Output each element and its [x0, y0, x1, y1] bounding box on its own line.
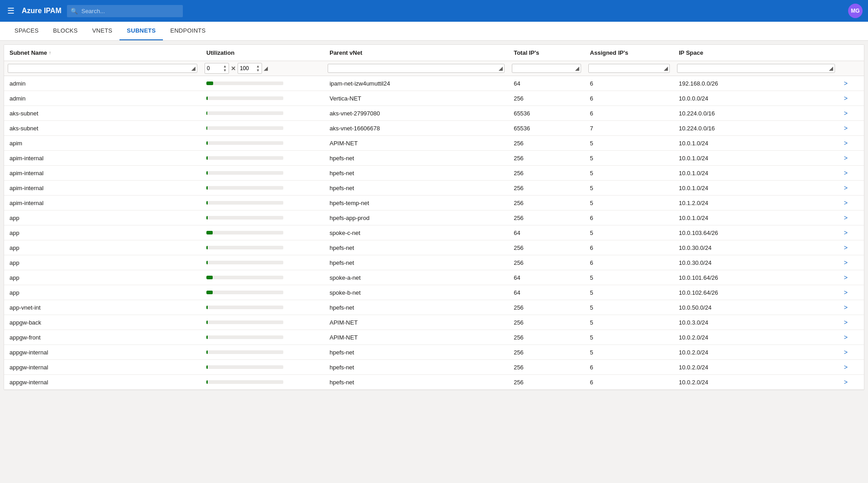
cell-total-ips: 64	[508, 270, 584, 285]
util-bar-fill	[206, 291, 213, 294]
cell-utilization	[201, 330, 324, 345]
row-detail-chevron[interactable]: >	[844, 214, 848, 221]
row-detail-chevron[interactable]: >	[844, 110, 848, 117]
row-detail-chevron[interactable]: >	[844, 124, 848, 132]
row-detail-chevron[interactable]: >	[844, 378, 848, 386]
util-bar-fill	[206, 231, 213, 234]
cell-action: >	[839, 315, 864, 330]
cell-parent-vnet: hpefs-net	[324, 240, 508, 255]
util-bar-fill	[206, 335, 208, 339]
avatar[interactable]: MG	[848, 4, 863, 18]
util-bar-bg	[206, 216, 283, 220]
cell-total-ips: 256	[508, 300, 584, 315]
search-input[interactable]	[80, 5, 179, 17]
spinner-max[interactable]: ▲▼	[256, 64, 260, 72]
filter-util-min[interactable]	[207, 65, 223, 72]
cell-utilization	[201, 315, 324, 330]
util-bar-bg	[206, 201, 283, 205]
menu-icon[interactable]: ☰	[5, 4, 16, 18]
row-detail-chevron[interactable]: >	[844, 95, 848, 102]
table-row: appgw-back APIM-NET 256 5 10.0.3.0/24 >	[4, 315, 864, 330]
cell-ip-space: 10.1.2.0/24	[673, 196, 839, 210]
row-detail-chevron[interactable]: >	[844, 229, 848, 236]
cell-total-ips: 256	[508, 255, 584, 270]
tab-endpoints[interactable]: ENDPOINTS	[163, 22, 213, 40]
sort-icon-subnet[interactable]: ↑	[49, 50, 51, 55]
cell-parent-vnet: aks-vnet-27997080	[324, 106, 508, 121]
cell-subnet-name: app	[4, 210, 201, 225]
cell-utilization	[201, 136, 324, 151]
filter-icon-util[interactable]: ◢	[264, 66, 267, 72]
util-bar-fill	[206, 246, 208, 249]
cell-assigned-ips: 5	[585, 285, 673, 300]
filter-input-ipspace[interactable]	[679, 65, 829, 72]
filter-icon-ipspace[interactable]: ◢	[829, 66, 833, 72]
util-bar-bg	[206, 111, 283, 115]
row-detail-chevron[interactable]: >	[844, 274, 848, 281]
tab-vnets[interactable]: VNETS	[85, 22, 120, 40]
util-bar-fill	[206, 126, 207, 130]
table-filter-row: ◢ ▲▼ ✕	[4, 61, 864, 76]
filter-icon-total[interactable]: ◢	[575, 66, 579, 72]
cell-total-ips: 256	[508, 330, 584, 345]
util-bar-fill	[206, 276, 213, 279]
cell-ip-space: 10.0.1.0/24	[673, 151, 839, 166]
cell-assigned-ips: 7	[585, 121, 673, 136]
cell-assigned-ips: 6	[585, 255, 673, 270]
cell-total-ips: 256	[508, 91, 584, 106]
row-detail-chevron[interactable]: >	[844, 363, 848, 371]
row-detail-chevron[interactable]: >	[844, 169, 848, 177]
row-detail-chevron[interactable]: >	[844, 154, 848, 162]
cell-total-ips: 256	[508, 375, 584, 390]
cell-ip-space: 10.0.1.0/24	[673, 166, 839, 181]
filter-icon-assigned[interactable]: ◢	[664, 66, 668, 72]
cell-assigned-ips: 6	[585, 76, 673, 91]
filter-input-parent[interactable]	[330, 65, 499, 72]
search-icon: 🔍	[71, 8, 78, 14]
cell-ip-space: 10.0.50.0/24	[673, 300, 839, 315]
filter-input-total[interactable]	[514, 65, 575, 72]
cell-parent-vnet: ipam-net-izw4umuttil24	[324, 76, 508, 91]
cell-action: >	[839, 196, 864, 210]
util-bar-bg	[206, 186, 283, 190]
cell-parent-vnet: spoke-c-net	[324, 225, 508, 240]
cell-assigned-ips: 5	[585, 315, 673, 330]
row-detail-chevron[interactable]: >	[844, 139, 848, 147]
filter-input-assigned[interactable]	[591, 65, 664, 72]
row-detail-chevron[interactable]: >	[844, 289, 848, 296]
row-detail-chevron[interactable]: >	[844, 319, 848, 326]
filter-input-subnet[interactable]	[10, 65, 191, 72]
util-bar-fill	[206, 141, 208, 145]
cell-total-ips: 65536	[508, 106, 584, 121]
tab-subnets[interactable]: SUBNETS	[119, 22, 163, 40]
cell-parent-vnet: APIM-NET	[324, 315, 508, 330]
util-bar-bg	[206, 96, 283, 100]
row-detail-chevron[interactable]: >	[844, 334, 848, 341]
row-detail-chevron[interactable]: >	[844, 259, 848, 266]
util-bar-bg	[206, 335, 283, 339]
row-detail-chevron[interactable]: >	[844, 244, 848, 251]
cell-assigned-ips: 5	[585, 196, 673, 210]
spinner-min[interactable]: ▲▼	[223, 64, 227, 72]
row-detail-chevron[interactable]: >	[844, 80, 848, 87]
cell-ip-space: 10.0.1.0/24	[673, 136, 839, 151]
cell-parent-vnet: aks-vnet-16606678	[324, 121, 508, 136]
cell-assigned-ips: 5	[585, 330, 673, 345]
filter-icon-subnet[interactable]: ◢	[191, 66, 195, 72]
cell-parent-vnet: APIM-NET	[324, 330, 508, 345]
tab-blocks[interactable]: BLOCKS	[46, 22, 85, 40]
row-detail-chevron[interactable]: >	[844, 199, 848, 206]
cell-action: >	[839, 270, 864, 285]
tab-spaces[interactable]: SPACES	[7, 22, 46, 40]
cell-action: >	[839, 360, 864, 375]
row-detail-chevron[interactable]: >	[844, 304, 848, 311]
filter-util-max[interactable]	[240, 65, 256, 72]
cell-total-ips: 65536	[508, 121, 584, 136]
table-row: appgw-internal hpefs-net 256 6 10.0.2.0/…	[4, 375, 864, 390]
filter-icon-parent[interactable]: ◢	[499, 66, 502, 72]
cell-assigned-ips: 5	[585, 136, 673, 151]
row-detail-chevron[interactable]: >	[844, 349, 848, 356]
cell-action: >	[839, 106, 864, 121]
app-title: Azure IPAM	[22, 7, 62, 15]
row-detail-chevron[interactable]: >	[844, 184, 848, 191]
